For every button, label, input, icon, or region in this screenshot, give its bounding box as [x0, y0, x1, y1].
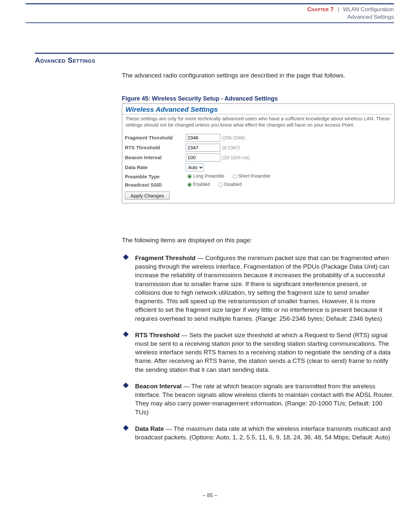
- select-data-rate[interactable]: Auto: [186, 163, 204, 171]
- bullet-list: Fragment Threshold — Configures the mini…: [122, 254, 394, 450]
- radio-text-long-preamble: Long Preamble: [193, 173, 224, 179]
- input-beacon-interval[interactable]: [186, 154, 220, 162]
- term-data-rate: Data Rate: [135, 425, 164, 432]
- radio-label-bssid-enabled[interactable]: Enabled: [186, 182, 210, 187]
- diamond-icon: [123, 425, 129, 431]
- row-fragment-threshold: Fragment Threshold (256-2346): [125, 133, 392, 143]
- bullet-rts-threshold: RTS Threshold — Sets the packet size thr…: [122, 331, 394, 374]
- diamond-icon: [123, 331, 129, 337]
- input-rts-threshold[interactable]: [186, 144, 220, 152]
- header-rule-bottom: [26, 22, 394, 23]
- header-separator: |: [335, 6, 341, 13]
- page-header: Chapter 7 | WLAN Configuration Advanced …: [26, 6, 394, 21]
- radio-group-bssid: Enabled Disabled: [186, 182, 247, 188]
- label-data-rate: Data Rate: [125, 164, 186, 170]
- radio-text-bssid-enabled: Enabled: [193, 182, 210, 187]
- input-fragment-threshold[interactable]: [186, 134, 220, 142]
- range-rts-threshold: (0-2347): [220, 145, 240, 150]
- section-title: Advanced Settings: [35, 56, 95, 65]
- figure-caption: Figure 45: Wireless Security Setup - Adv…: [122, 95, 394, 103]
- radio-text-short-preamble: Short Preamble: [238, 173, 270, 179]
- header-title: WLAN Configuration: [343, 6, 394, 13]
- range-beacon-interval: (20-1024 ms): [220, 155, 250, 160]
- radio-bssid-disabled[interactable]: [218, 183, 223, 187]
- label-rts-threshold: RTS Threshold: [125, 145, 186, 150]
- term-beacon-interval: Beacon Interval: [135, 383, 182, 390]
- row-data-rate: Data Rate Auto: [125, 163, 392, 172]
- text-fragment-threshold: — Configures the minimum packet size tha…: [135, 254, 389, 322]
- radio-group-preamble: Long Preamble Short Preamble: [186, 173, 275, 180]
- chapter-label: Chapter 7: [307, 6, 334, 13]
- term-rts-threshold: RTS Threshold: [135, 332, 180, 339]
- items-intro: The following items are displayed on thi…: [122, 236, 394, 245]
- label-broadcast-ssid: Broadcast SSID: [125, 182, 186, 188]
- apply-changes-button[interactable]: Apply Changes: [125, 192, 170, 200]
- radio-label-long-preamble[interactable]: Long Preamble: [186, 173, 224, 179]
- header-rule-top: [26, 3, 394, 4]
- settings-screenshot-panel: Wireless Advanced Settings These setting…: [122, 104, 395, 203]
- section-rule: [35, 53, 394, 54]
- panel-form: Fragment Threshold (256-2346) RTS Thresh…: [122, 132, 394, 203]
- header-subtitle: Advanced Settings: [26, 14, 394, 21]
- bullet-data-rate: Data Rate — The maximum data rate at whi…: [122, 425, 394, 442]
- label-beacon-interval: Beacon Interval: [125, 155, 186, 160]
- row-broadcast-ssid: Broadcast SSID Enabled Disabled: [125, 181, 392, 189]
- radio-text-bssid-disabled: Disabled: [224, 182, 242, 187]
- range-fragment-threshold: (256-2346): [220, 135, 245, 140]
- row-rts-threshold: RTS Threshold (0-2347): [125, 143, 392, 153]
- row-beacon-interval: Beacon Interval (20-1024 ms): [125, 153, 392, 163]
- row-preamble-type: Preamble Type Long Preamble Short Preamb…: [125, 172, 392, 181]
- panel-title: Wireless Advanced Settings: [122, 104, 392, 114]
- text-data-rate: — The maximum data rate at which the wir…: [135, 425, 391, 441]
- panel-description: These settings are only for more technic…: [122, 116, 394, 132]
- bullet-fragment-threshold: Fragment Threshold — Configures the mini…: [122, 254, 394, 323]
- intro-paragraph: The advanced radio configuration setting…: [122, 71, 394, 80]
- diamond-icon: [123, 254, 129, 260]
- radio-label-bssid-disabled[interactable]: Disabled: [217, 182, 242, 187]
- bullet-beacon-interval: Beacon Interval — The rate at which beac…: [122, 382, 394, 417]
- radio-short-preamble[interactable]: [233, 174, 237, 179]
- radio-long-preamble[interactable]: [187, 174, 192, 179]
- radio-bssid-enabled[interactable]: [187, 183, 192, 187]
- page-footer: – 85 –: [0, 492, 420, 498]
- label-fragment-threshold: Fragment Threshold: [125, 135, 186, 140]
- diamond-icon: [123, 382, 129, 388]
- label-preamble-type: Preamble Type: [125, 174, 186, 179]
- term-fragment-threshold: Fragment Threshold: [135, 254, 196, 261]
- radio-label-short-preamble[interactable]: Short Preamble: [231, 173, 270, 179]
